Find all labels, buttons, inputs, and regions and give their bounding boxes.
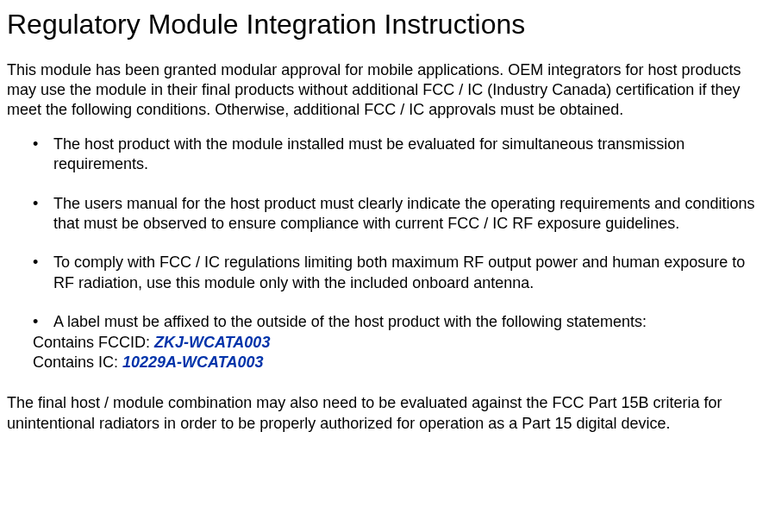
label-statements: Contains FCCID: ZKJ-WCATA003 Contains IC… [7, 333, 768, 373]
page-title: Regulatory Module Integration Instructio… [7, 7, 768, 43]
conditions-list: The host product with the module install… [7, 135, 768, 333]
list-item: The host product with the module install… [33, 135, 768, 175]
fccid-value: ZKJ-WCATA003 [154, 334, 270, 351]
list-item: A label must be affixed to the outside o… [33, 312, 768, 332]
list-item: The users manual for the host product mu… [33, 194, 768, 235]
final-paragraph: The final host / module combination may … [7, 393, 768, 434]
fccid-line: Contains FCCID: ZKJ-WCATA003 [33, 333, 768, 353]
list-item: To comply with FCC / IC regulations limi… [33, 253, 768, 293]
fccid-prefix: Contains FCCID: [33, 334, 154, 351]
ic-prefix: Contains IC: [33, 354, 122, 371]
intro-paragraph: This module has been granted modular app… [7, 60, 768, 121]
ic-line: Contains IC: 10229A-WCATA003 [33, 353, 768, 372]
ic-value: 10229A-WCATA003 [122, 354, 263, 371]
